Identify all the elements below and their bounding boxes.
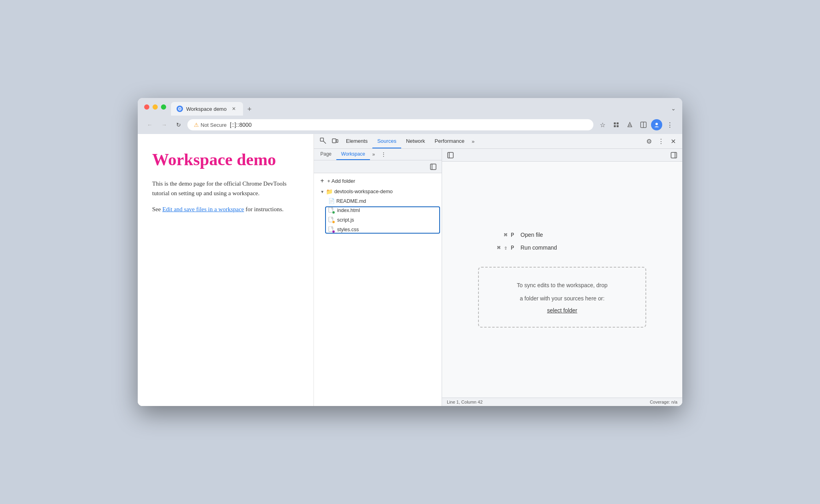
device-toolbar-icon[interactable] (329, 134, 341, 148)
active-tab[interactable]: Workspace demo ✕ (171, 102, 243, 116)
dt-tabs-overflow[interactable]: » (469, 134, 477, 148)
page-body: This is the demo page for the official C… (152, 179, 299, 198)
browser-window: Workspace demo ✕ + ⌄ ← → ↻ ⚠ Not Secure … (138, 98, 682, 406)
chevron-down-icon: ▼ (320, 190, 324, 194)
shortcut-open-file: ⌘ P Open file (482, 232, 642, 238)
editor-collapse-right-icon[interactable] (669, 150, 679, 160)
keyboard-shortcuts: ⌘ P Open file ⌘ ⇧ P Run command (482, 232, 642, 251)
tab-sources[interactable]: Sources (372, 134, 401, 148)
folder-item-workspace[interactable]: ▼ 📁 devtools-workspace-demo (314, 187, 442, 196)
forward-button[interactable]: → (159, 119, 170, 130)
page-title: Workspace demo (152, 150, 299, 169)
close-button[interactable] (144, 104, 149, 110)
split-icon[interactable] (637, 119, 649, 131)
toolbar-icons: ☆ ⋮ (597, 119, 676, 131)
svg-rect-3 (614, 122, 616, 124)
back-button[interactable]: ← (144, 119, 155, 130)
tab-dropdown-button[interactable]: ⌄ (671, 105, 676, 116)
devtools-panel: Elements Sources Network Performance » ⚙… (314, 134, 682, 406)
kbd-group-run: ⌘ ⇧ P (482, 244, 514, 251)
drop-zone[interactable]: To sync edits to the workspace, drop a f… (478, 267, 646, 328)
drop-zone-text-1: To sync edits to the workspace, drop (495, 280, 629, 290)
devtools-more-icon[interactable]: ⋮ (655, 134, 667, 148)
address-bar: ← → ↻ ⚠ Not Secure [::]::8000 ☆ ⋮ (138, 116, 682, 134)
traffic-lights (144, 104, 166, 114)
devtools-toolbar: Elements Sources Network Performance » ⚙… (314, 134, 682, 149)
editor-toolbar (442, 149, 682, 162)
sources-sidebar: Page Workspace » ⋮ (314, 149, 442, 406)
tab-title: Workspace demo (186, 106, 227, 112)
tab-close-button[interactable]: ✕ (230, 105, 237, 112)
svg-rect-5 (614, 125, 616, 127)
sources-tab-more[interactable]: ⋮ (379, 150, 388, 159)
tab-network[interactable]: Network (401, 134, 430, 148)
file-item-script[interactable]: script.js (314, 215, 442, 225)
kbd-group-open: ⌘ P (482, 232, 514, 238)
devtools-statusbar: Line 1, Column 42 Coverage: n/a (442, 398, 682, 406)
svg-rect-13 (332, 139, 336, 143)
svg-line-12 (324, 141, 326, 144)
file-item-index[interactable]: index.html (314, 206, 442, 215)
shortcut-run-command-label: Run command (521, 244, 557, 251)
svg-rect-14 (336, 140, 338, 142)
select-folder-link[interactable]: select folder (547, 307, 577, 314)
profile-icon[interactable] (651, 119, 662, 130)
kbd-cmd-shift-p: ⌘ ⇧ P (497, 244, 514, 251)
drop-zone-text-2: a folder with your sources here or: (495, 294, 629, 304)
file-item-readme[interactable]: 📄 README.md (314, 196, 442, 206)
file-icon-css (328, 226, 334, 233)
address-input[interactable]: ⚠ Not Secure [::]::8000 (187, 119, 593, 130)
tab-performance[interactable]: Performance (430, 134, 469, 148)
svg-rect-20 (448, 152, 453, 158)
sidebar-collapse-icon[interactable] (428, 162, 438, 172)
file-icon-md: 📄 (328, 198, 335, 204)
chrome-more-icon[interactable]: ⋮ (664, 119, 676, 131)
editor-sidebar-icon[interactable] (445, 150, 456, 160)
file-tree: + + Add folder ▼ 📁 devtools-workspace-de… (314, 173, 442, 406)
workspace-link[interactable]: Edit and save files in a workspace (162, 206, 244, 212)
devtools-close-icon[interactable]: ✕ (667, 134, 679, 148)
tab-page[interactable]: Page (316, 149, 336, 160)
tab-bar: Workspace demo ✕ + ⌄ (171, 102, 676, 116)
main-area: Workspace demo This is the demo page for… (138, 134, 682, 406)
security-text: Not Secure (201, 122, 227, 128)
new-tab-button[interactable]: + (244, 104, 255, 115)
svg-rect-4 (617, 122, 619, 124)
dropper-icon[interactable] (624, 119, 636, 131)
maximize-button[interactable] (161, 104, 166, 110)
sources-toolbar (314, 160, 442, 173)
extensions-icon[interactable] (610, 119, 622, 131)
statusbar-coverage: Coverage: n/a (650, 400, 677, 404)
file-icon-html (328, 207, 334, 214)
folder-icon: 📁 (326, 188, 333, 195)
security-warning: ⚠ Not Secure (194, 122, 227, 128)
statusbar-position: Line 1, Column 42 (447, 400, 482, 404)
svg-rect-11 (320, 138, 324, 141)
sources-tab-overflow[interactable]: » (370, 152, 378, 157)
webpage-content: Workspace demo This is the demo page for… (138, 134, 314, 406)
shortcut-run-command: ⌘ ⇧ P Run command (482, 244, 642, 251)
file-item-styles[interactable]: styles.css (314, 225, 442, 234)
sources-editor: ⌘ P Open file ⌘ ⇧ P Run command (442, 149, 682, 406)
sources-tabs: Page Workspace » ⋮ (314, 149, 442, 160)
add-folder-button[interactable]: + + Add folder (314, 175, 442, 187)
svg-rect-22 (671, 152, 677, 158)
inspect-element-icon[interactable] (317, 134, 329, 148)
tab-favicon (177, 106, 183, 112)
tab-workspace[interactable]: Workspace (336, 149, 370, 160)
tab-elements[interactable]: Elements (341, 134, 372, 148)
address-url: [::]::8000 (230, 122, 251, 128)
minimize-button[interactable] (153, 104, 158, 110)
svg-rect-15 (430, 164, 436, 170)
workspace-drop-area: ⌘ P Open file ⌘ ⇧ P Run command (442, 162, 682, 398)
shortcut-open-file-label: Open file (521, 232, 543, 238)
devtools-settings-icon[interactable]: ⚙ (643, 134, 655, 148)
warning-icon: ⚠ (194, 122, 199, 128)
sources-panel: Page Workspace » ⋮ (314, 149, 682, 406)
kbd-cmd-p: ⌘ P (504, 232, 514, 238)
svg-rect-6 (617, 125, 619, 127)
bookmark-icon[interactable]: ☆ (597, 119, 609, 131)
title-bar: Workspace demo ✕ + ⌄ (138, 98, 682, 116)
svg-point-10 (655, 123, 658, 125)
reload-button[interactable]: ↻ (173, 119, 184, 130)
